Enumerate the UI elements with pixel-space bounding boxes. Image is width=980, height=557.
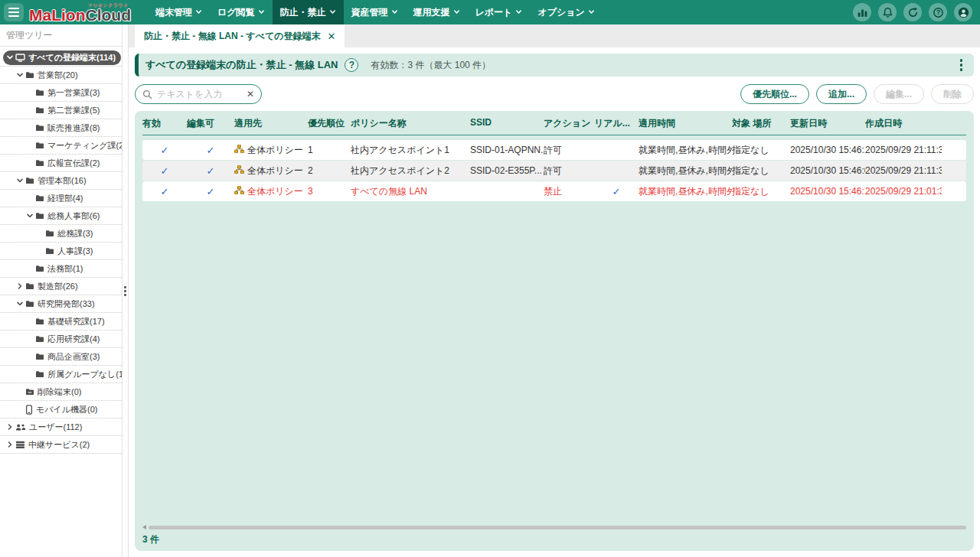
folder-icon [45, 247, 54, 255]
scrollbar-track[interactable] [149, 526, 966, 529]
search-clear-icon[interactable]: ✕ [247, 89, 254, 99]
tree-item[interactable]: 第一営業課(3) [0, 84, 122, 102]
tree-item[interactable]: 削除端末(0) [0, 383, 122, 401]
column-header[interactable]: ポリシー名称 [351, 117, 470, 130]
tree-item[interactable]: 法務部(1) [0, 260, 122, 278]
column-header[interactable]: 優先順位 [308, 117, 351, 130]
tree-item[interactable]: 製造部(26) [0, 278, 122, 295]
tree-item-label: 販売推進課(8) [47, 122, 100, 134]
chevron-down-icon[interactable] [15, 71, 24, 79]
stats-icon[interactable] [853, 3, 871, 21]
cell-apply-time: 就業時間,昼休み,時間外,休日 [639, 144, 732, 157]
table-row[interactable]: ✓✓全体ポリシー1社内アクセスポイント1SSID-01-AQPNN...許可就業… [142, 140, 966, 160]
column-header[interactable]: アクション [544, 117, 594, 130]
tree-item-label: 中継サービス(2) [28, 439, 90, 451]
tree-item[interactable]: 総務人事部(6) [0, 207, 122, 225]
sidebar-splitter[interactable] [122, 24, 129, 557]
scroll-left-arrow-icon[interactable] [142, 525, 146, 529]
cell-priority: 2 [308, 165, 351, 176]
tree-item[interactable]: モバイル機器(0) [0, 401, 122, 419]
tree-item-label: 所属グループなし(19) [47, 369, 122, 380]
column-header[interactable]: 編集可 [187, 117, 234, 130]
refresh-icon[interactable] [903, 3, 922, 21]
hamburger-menu-icon[interactable] [4, 3, 24, 21]
cell-updated: 2025/10/30 15:46:15 [790, 186, 865, 197]
topnav-item[interactable]: レポート [468, 0, 531, 24]
tree-item-content: 製造部(26) [13, 279, 83, 294]
account-icon[interactable] [954, 3, 972, 21]
chevron-right-icon[interactable] [15, 282, 24, 290]
panel-help-icon[interactable]: ? [345, 58, 358, 72]
cell-created: 2025/09/29 21:01:39 [865, 186, 942, 197]
check-icon: ✓ [207, 145, 215, 156]
tree-item[interactable]: ユーザー(112) [0, 419, 122, 436]
org-policy-icon [234, 145, 244, 156]
notifications-icon[interactable] [878, 3, 897, 21]
topnav-item[interactable]: 資産管理 [344, 0, 406, 24]
chevron-down-icon[interactable] [15, 177, 24, 184]
cell-policy-name: 社内アクセスポイント2 [351, 164, 470, 178]
chevron-down-icon[interactable] [25, 212, 34, 220]
table-header-row: 有効編集可適用先優先順位ポリシー名称SSIDアクションリアル...適用時間対象 … [142, 117, 966, 135]
column-header[interactable]: 作成日時 [865, 117, 942, 130]
chevron-down-icon[interactable] [5, 54, 14, 61]
topnav-item[interactable]: 運用支援 [406, 0, 468, 24]
folder-icon [35, 335, 44, 343]
tab-active[interactable]: 防止・禁止 - 無線 LAN - すべての登録端末 ✕ [135, 24, 345, 47]
tree-item[interactable]: 所属グループなし(19) [0, 366, 122, 383]
chevron-down-icon[interactable] [15, 300, 24, 308]
tree-item[interactable]: 販売推進課(8) [0, 119, 122, 137]
tree-item[interactable]: 応用研究課(4) [0, 331, 122, 348]
panel-title: すべての登録端末の防止・禁止 - 無線 LAN [145, 58, 338, 72]
add-button[interactable]: 追加... [816, 84, 867, 104]
tree-item-content: 所属グループなし(19) [23, 367, 122, 382]
tree-item[interactable]: 基礎研究課(17) [0, 313, 122, 331]
column-header[interactable]: リアル... [594, 117, 639, 130]
topnav-item[interactable]: ログ閲覧 [210, 0, 273, 24]
topnav-item[interactable]: オプション [530, 0, 602, 24]
topnav-item-label: オプション [537, 6, 584, 19]
topnav-item[interactable]: 端末管理 [148, 0, 210, 24]
tree-item[interactable]: 研究開発部(33) [0, 295, 122, 313]
tree-item[interactable]: 総務課(3) [0, 225, 122, 243]
chevron-right-icon[interactable] [5, 441, 14, 448]
column-header[interactable]: 適用時間 [639, 117, 732, 130]
table-row[interactable]: ✓✓全体ポリシー3すべての無線 LAN禁止✓就業時間,昼休み,時間外,休日指定な… [142, 181, 966, 201]
search-input[interactable] [157, 89, 242, 99]
cell-target: 全体ポリシー [234, 185, 308, 198]
chevron-right-icon[interactable] [5, 423, 14, 431]
topnav-item-label: レポート [475, 6, 513, 19]
tree-item[interactable]: 第二営業課(5) [0, 102, 122, 119]
chevron-down-icon [329, 7, 336, 18]
org-policy-icon [234, 186, 244, 197]
chevron-down-icon [453, 7, 460, 18]
tree-item-content: 経理部(4) [23, 191, 88, 206]
topnav-item[interactable]: 防止・禁止 [273, 0, 344, 24]
tree-item[interactable]: マーケティング課(2) [0, 137, 122, 155]
tree-item[interactable]: すべての登録端末(114) [0, 49, 122, 67]
column-header[interactable]: 有効 [142, 117, 187, 130]
tree-item-content: 営業部(20) [13, 68, 83, 83]
app-logo: MaLion マリオンクラウド Cloud [29, 2, 131, 23]
tree-item-label: 管理本部(16) [38, 175, 87, 187]
tab-close-icon[interactable]: ✕ [327, 31, 335, 42]
column-header[interactable]: 適用先 [234, 117, 308, 130]
table-row[interactable]: ✓✓全体ポリシー2社内アクセスポイント2SSID-02-E355P...許可就業… [142, 161, 966, 181]
priority-button[interactable]: 優先順位... [740, 84, 809, 104]
cell-editable: ✓ [187, 186, 234, 197]
tree-item[interactable]: 管理本部(16) [0, 172, 122, 190]
tree-item[interactable]: 営業部(20) [0, 67, 122, 84]
column-header[interactable]: SSID [470, 117, 544, 130]
tree-item[interactable]: 商品企画室(3) [0, 348, 122, 366]
tree-item[interactable]: 広報宣伝課(2) [0, 155, 122, 172]
cell-location: 指定なし [732, 164, 790, 178]
target-label: 全体ポリシー [247, 185, 303, 198]
tree-item[interactable]: 中継サービス(2) [0, 436, 122, 454]
tree-item[interactable]: 経理部(4) [0, 190, 122, 207]
kebab-menu-icon[interactable] [955, 55, 969, 75]
table-empty-space [142, 202, 966, 522]
column-header[interactable]: 対象 場所 [732, 117, 790, 130]
column-header[interactable]: 更新日時 [790, 117, 865, 130]
tree-item[interactable]: 人事課(3) [0, 243, 122, 260]
help-icon[interactable]: ? [929, 3, 947, 21]
